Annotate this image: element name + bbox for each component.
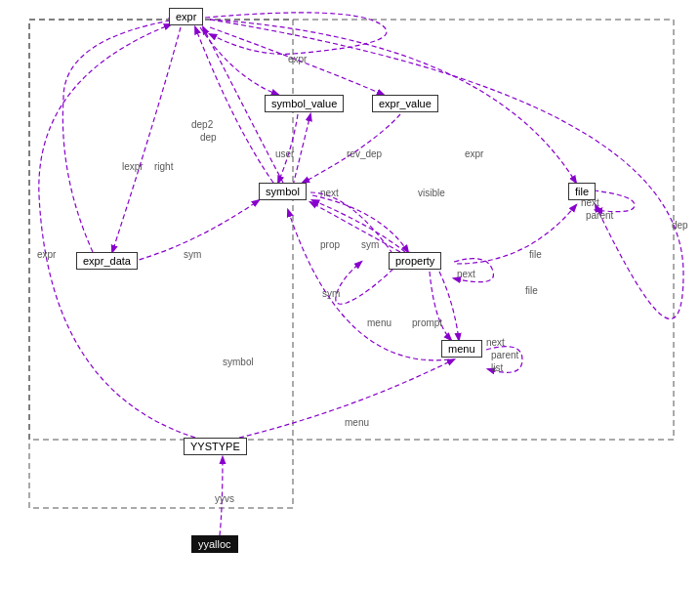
svg-rect-0 [29,20,293,508]
label-parent-file: parent [586,210,613,221]
node-symbol: symbol [259,183,307,200]
label-menu-yystype: menu [345,417,369,428]
diagram-svg [0,0,700,591]
label-user: user [275,148,294,159]
label-dep2: dep2 [191,119,213,130]
label-symbol: symbol [223,357,254,367]
label-parent-menu: parent [491,350,518,360]
svg-rect-1 [29,20,674,440]
label-next-sym: next [320,188,339,198]
node-symbol-value: symbol_value [265,95,344,112]
label-file-prop2: file [525,285,538,296]
node-expr-data: expr_data [76,252,138,270]
label-prop: prop [320,239,340,250]
label-sym-exprdata: sym [184,249,201,260]
label-visible: visible [418,188,445,198]
label-sym-down: sym [322,288,340,299]
diagram-container: expr symbol_value expr_value symbol file… [0,0,700,591]
label-lexpr: lexpr [122,161,144,172]
label-menu: menu [367,317,391,328]
label-prompt: prompt [412,317,442,328]
label-rev-dep: rev_dep [347,148,382,159]
node-expr: expr [169,8,203,25]
label-dep-right: dep [672,220,688,231]
node-menu: menu [441,340,482,358]
label-next-prop: next [457,269,475,279]
node-file: file [568,183,596,200]
node-yystype: YYSTYPE [184,438,247,455]
node-yyalloc: yyalloc [191,535,238,553]
node-property: property [389,252,441,270]
label-list: list [491,362,503,373]
label-dep: dep [200,132,217,143]
label-expr-left: expr [37,249,56,260]
label-file-prop: file [529,249,542,260]
label-right: right [154,161,173,172]
label-expr-top: expr [288,54,307,64]
label-yyvs: yyvs [215,493,234,504]
label-sym-prop: sym [361,239,379,250]
node-expr-value: expr_value [372,95,438,112]
label-next-menu: next [486,337,505,348]
label-expr-right: expr [465,148,483,159]
